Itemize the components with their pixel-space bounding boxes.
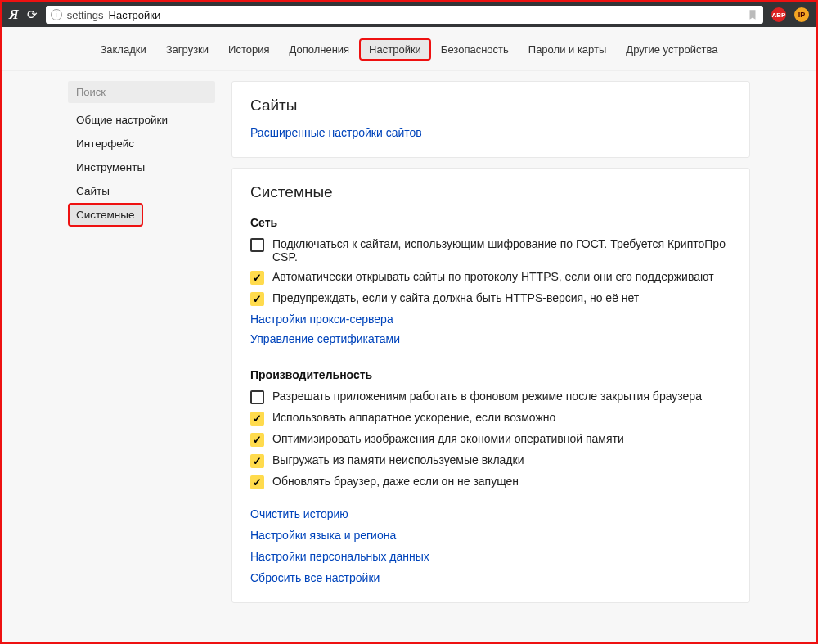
auto-update-row: Обновлять браузер, даже если он не запущ… (250, 475, 731, 489)
auto-update-label: Обновлять браузер, даже если он не запущ… (272, 475, 519, 488)
footer-links: Очистить историю Настройки языка и регио… (250, 507, 731, 584)
optimize-img-checkbox[interactable] (250, 433, 264, 447)
sidebar-search[interactable]: Поиск (68, 81, 215, 103)
https-warn-checkbox[interactable] (250, 292, 264, 306)
site-info-icon[interactable]: i (51, 9, 62, 20)
gost-label: Подключаться к сайтам, использующим шифр… (272, 237, 731, 263)
tab-downloads[interactable]: Загрузки (156, 38, 218, 61)
tab-bookmarks[interactable]: Закладки (90, 38, 155, 61)
system-heading: Системные (250, 183, 731, 201)
auto-update-checkbox[interactable] (250, 475, 264, 489)
yandex-logo[interactable]: Я (9, 7, 19, 23)
reload-icon[interactable]: ⟳ (27, 7, 38, 22)
hw-accel-row: Использовать аппаратное ускорение, если … (250, 411, 731, 426)
https-warn-row: Предупреждать, если у сайта должна быть … (250, 291, 731, 306)
browser-toolbar: Я ⟳ i settings Настройки ABP IP (2, 2, 816, 27)
gost-row: Подключаться к сайтам, использующим шифр… (250, 237, 731, 263)
sidebar-item-interface[interactable]: Интерфейс (68, 132, 215, 155)
certs-link[interactable]: Управление сертификатами (250, 332, 731, 345)
sidebar-item-system[interactable]: Системные (68, 203, 143, 227)
tab-security[interactable]: Безопасность (431, 38, 519, 61)
sidebar-item-tools[interactable]: Инструменты (68, 155, 215, 179)
advanced-sites-link[interactable]: Расширенные настройки сайтов (250, 126, 731, 139)
unload-tabs-checkbox[interactable] (250, 454, 264, 468)
tab-settings[interactable]: Настройки (359, 38, 431, 61)
https-auto-row: Автоматически открывать сайты по протоко… (250, 270, 731, 285)
system-card: Системные Сеть Подключаться к сайтам, ис… (231, 168, 750, 603)
settings-body: Поиск Общие настройки Интерфейс Инструме… (2, 71, 816, 642)
settings-tabs: Закладки Загрузки История Дополнения Нас… (2, 27, 816, 71)
settings-main: Сайты Расширенные настройки сайтов Систе… (231, 81, 750, 642)
optimize-img-label: Оптимизировать изображения для экономии … (272, 432, 624, 445)
bg-apps-checkbox[interactable] (250, 390, 264, 404)
abp-extension-icon[interactable]: ABP (771, 7, 786, 22)
hw-accel-checkbox[interactable] (250, 412, 264, 426)
address-title: Настройки (109, 9, 161, 21)
gost-checkbox[interactable] (250, 238, 264, 252)
bookmark-icon[interactable] (747, 9, 758, 20)
address-bar[interactable]: i settings Настройки (46, 6, 763, 24)
unload-tabs-row: Выгружать из памяти неиспользуемые вклад… (250, 453, 731, 468)
bg-apps-row: Разрешать приложениям работать в фоновом… (250, 390, 731, 404)
tab-history[interactable]: История (218, 38, 279, 61)
sites-heading: Сайты (250, 97, 731, 115)
optimize-img-row: Оптимизировать изображения для экономии … (250, 432, 731, 447)
network-subhead: Сеть (250, 216, 731, 229)
app-frame: Я ⟳ i settings Настройки ABP IP Закладки… (0, 0, 818, 644)
perf-subhead: Производительность (250, 368, 731, 381)
settings-sidebar: Поиск Общие настройки Интерфейс Инструме… (68, 81, 215, 642)
sites-card: Сайты Расширенные настройки сайтов (231, 81, 750, 158)
personal-data-link[interactable]: Настройки персональных данных (250, 550, 731, 563)
tab-addons[interactable]: Дополнения (279, 38, 359, 61)
hw-accel-label: Использовать аппаратное ускорение, если … (272, 411, 555, 424)
https-auto-checkbox[interactable] (250, 271, 264, 285)
sidebar-item-sites[interactable]: Сайты (68, 179, 215, 203)
unload-tabs-label: Выгружать из памяти неиспользуемые вклад… (272, 453, 524, 466)
proxy-link[interactable]: Настройки прокси-сервера (250, 313, 731, 326)
tab-other-devices[interactable]: Другие устройства (616, 38, 727, 61)
sidebar-item-general[interactable]: Общие настройки (68, 108, 215, 132)
https-auto-label: Автоматически открывать сайты по протоко… (272, 270, 714, 283)
tab-passwords[interactable]: Пароли и карты (519, 38, 617, 61)
address-prefix: settings (67, 9, 104, 21)
lang-region-link[interactable]: Настройки языка и региона (250, 529, 731, 542)
reset-all-link[interactable]: Сбросить все настройки (250, 571, 731, 584)
bg-apps-label: Разрешать приложениям работать в фоновом… (272, 390, 702, 403)
https-warn-label: Предупреждать, если у сайта должна быть … (272, 291, 639, 304)
clear-history-link[interactable]: Очистить историю (250, 507, 731, 520)
ip-extension-icon[interactable]: IP (794, 7, 809, 22)
